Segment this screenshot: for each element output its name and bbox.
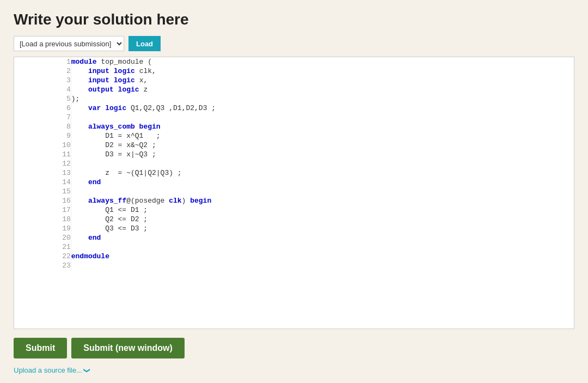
table-row: 23 <box>14 261 574 270</box>
upload-source-area: Upload a source file... ❯ <box>14 366 574 374</box>
line-content: z = ~(Q1|Q2|Q3) ; <box>71 168 574 178</box>
submission-select[interactable]: [Load a previous submission] <box>14 36 124 51</box>
table-row: 17 Q1 <= D1 ; <box>14 205 574 215</box>
code-table: 1module top_module (2 input logic clk,3 … <box>14 57 574 270</box>
submit-area: Submit Submit (new window) <box>14 338 574 358</box>
line-content: input logic clk, <box>71 66 574 76</box>
line-number: 20 <box>14 233 71 242</box>
line-content <box>71 187 574 196</box>
line-content: module top_module ( <box>71 57 574 66</box>
line-number: 4 <box>14 85 71 94</box>
table-row: 15 <box>14 187 574 196</box>
table-row: 4 output logic z <box>14 85 574 94</box>
table-row: 11 D3 = x|~Q3 ; <box>14 150 574 159</box>
table-row: 12 <box>14 159 574 168</box>
line-content <box>71 261 574 270</box>
table-row: 22endmodule <box>14 252 574 261</box>
upload-chevron-icon: ❯ <box>83 368 91 373</box>
submit-new-window-button[interactable]: Submit (new window) <box>71 338 185 358</box>
line-content: input logic x, <box>71 76 574 85</box>
line-number: 7 <box>14 113 71 122</box>
line-number: 18 <box>14 215 71 224</box>
table-row: 7 <box>14 113 574 122</box>
line-content <box>71 242 574 252</box>
table-row: 6 var logic Q1,Q2,Q3 ,D1,D2,D3 ; <box>14 104 574 113</box>
toolbar: [Load a previous submission] Load <box>14 36 574 51</box>
line-content <box>71 113 574 122</box>
line-content: end <box>71 178 574 187</box>
table-row: 16 always_ff@(posedge clk) begin <box>14 196 574 205</box>
load-button[interactable]: Load <box>128 36 161 51</box>
line-content: Q1 <= D1 ; <box>71 205 574 215</box>
table-row: 9 D1 = x^Q1 ; <box>14 131 574 141</box>
line-number: 17 <box>14 205 71 215</box>
line-number: 1 <box>14 57 71 66</box>
table-row: 1module top_module ( <box>14 57 574 66</box>
table-row: 21 <box>14 242 574 252</box>
line-number: 14 <box>14 178 71 187</box>
table-row: 3 input logic x, <box>14 76 574 85</box>
line-content <box>71 159 574 168</box>
line-content: Q3 <= D3 ; <box>71 224 574 233</box>
line-number: 10 <box>14 141 71 150</box>
code-editor[interactable]: 1module top_module (2 input logic clk,3 … <box>14 57 574 329</box>
line-content: D2 = x&~Q2 ; <box>71 141 574 150</box>
line-content: end <box>71 233 574 242</box>
table-row: 19 Q3 <= D3 ; <box>14 224 574 233</box>
line-content: always_ff@(posedge clk) begin <box>71 196 574 205</box>
submit-button[interactable]: Submit <box>14 338 67 358</box>
line-number: 6 <box>14 104 71 113</box>
line-content: D3 = x|~Q3 ; <box>71 150 574 159</box>
table-row: 20 end <box>14 233 574 242</box>
line-number: 15 <box>14 187 71 196</box>
table-row: 18 Q2 <= D2 ; <box>14 215 574 224</box>
line-number: 13 <box>14 168 71 178</box>
line-content: D1 = x^Q1 ; <box>71 131 574 141</box>
line-content: ); <box>71 94 574 104</box>
table-row: 13 z = ~(Q1|Q2|Q3) ; <box>14 168 574 178</box>
upload-source-link[interactable]: Upload a source file... <box>14 366 82 374</box>
line-number: 12 <box>14 159 71 168</box>
table-row: 5); <box>14 94 574 104</box>
line-number: 2 <box>14 66 71 76</box>
line-number: 9 <box>14 131 71 141</box>
line-content: output logic z <box>71 85 574 94</box>
table-row: 14 end <box>14 178 574 187</box>
line-number: 23 <box>14 261 71 270</box>
line-content: always_comb begin <box>71 122 574 131</box>
line-content: endmodule <box>71 252 574 261</box>
line-number: 22 <box>14 252 71 261</box>
line-number: 16 <box>14 196 71 205</box>
line-number: 3 <box>14 76 71 85</box>
line-number: 5 <box>14 94 71 104</box>
table-row: 8 always_comb begin <box>14 122 574 131</box>
page-title: Write your solution here <box>14 11 574 28</box>
line-content: Q2 <= D2 ; <box>71 215 574 224</box>
line-number: 8 <box>14 122 71 131</box>
table-row: 2 input logic clk, <box>14 66 574 76</box>
line-content: var logic Q1,Q2,Q3 ,D1,D2,D3 ; <box>71 104 574 113</box>
line-number: 21 <box>14 242 71 252</box>
table-row: 10 D2 = x&~Q2 ; <box>14 141 574 150</box>
line-number: 11 <box>14 150 71 159</box>
line-number: 19 <box>14 224 71 233</box>
